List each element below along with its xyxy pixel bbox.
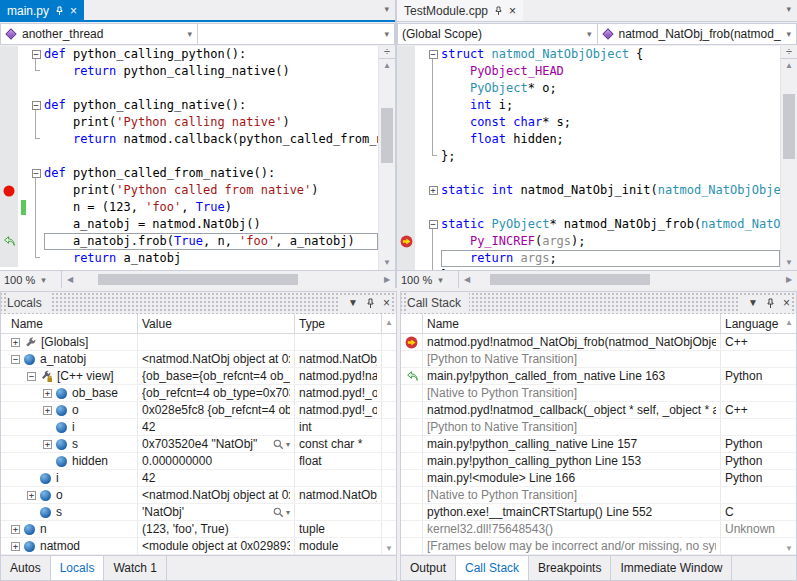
code-line[interactable]: print('Python calling native') [0,114,378,131]
code-line[interactable]: −def python_called_from_native(): [0,165,378,182]
breakpoint-margin[interactable] [397,199,415,216]
breakpoint-margin[interactable] [397,165,415,182]
stack-frame-row[interactable]: [Native to Python Transition] [401,385,796,402]
pin-icon[interactable] [366,298,375,309]
table-row[interactable]: +hidden0.000000000float [1,453,396,470]
expand-icon[interactable]: + [43,406,52,415]
breakpoint-margin[interactable] [397,148,415,165]
scroll-up-icon[interactable]: ▲ [385,318,393,327]
breakpoint-margin[interactable] [0,216,18,233]
fold-margin[interactable]: − [28,46,44,63]
horizontal-scrollbar[interactable]: 100 % ▾ ◀ ▶ [397,270,797,288]
code-line[interactable]: return natmod.callback(python_called_fro… [0,131,378,148]
breakpoint-margin[interactable] [397,233,415,250]
code-line[interactable]: print('Python called from native') [0,182,378,199]
scroll-right-icon[interactable]: ▶ [781,275,797,284]
member-combobox[interactable]: ▾ [198,23,395,45]
code-line[interactable]: −struct natmod_NatObjObject { [397,46,780,63]
table-row[interactable]: +natmod<module object at 0x029893f0modul… [1,538,396,555]
code-line[interactable]: a_natobj.frob(True, n, 'foo', a_natobj) [0,233,378,250]
collapse-icon[interactable]: − [32,50,41,59]
tab-call-stack[interactable]: Call Stack [456,556,529,580]
code-line[interactable]: return python_calling_native() [0,63,378,80]
breakpoint-margin[interactable] [397,250,415,267]
stack-frame-row[interactable]: main.py!python_called_from_native Line 1… [401,368,796,385]
locals-title-bar[interactable]: Locals ▼ × [1,292,396,314]
scrollbar-track[interactable] [78,271,379,288]
editor-zoom-select[interactable]: 100 % ▾ [0,271,62,288]
fold-margin[interactable]: + [425,182,441,199]
stack-frame-row[interactable]: natmod.pyd!natmod_NatObj_frob(natmod_Nat… [401,334,796,351]
vertical-scrollbar[interactable]: ÷ ▲ ▼ [378,46,395,270]
document-list-dropdown-icon[interactable]: ▾ [384,4,389,14]
collapse-icon[interactable]: − [11,355,20,364]
scroll-down-icon[interactable]: ▼ [781,256,797,270]
document-list-dropdown-icon[interactable]: ▾ [786,4,791,14]
fold-margin[interactable]: − [28,165,44,182]
breakpoint-margin[interactable] [397,131,415,148]
breakpoint-margin[interactable] [0,165,18,182]
horizontal-scrollbar[interactable]: 100 % ▾ ◀ ▶ [0,270,395,288]
breakpoint-margin[interactable] [397,114,415,131]
breakpoint-margin[interactable] [397,182,415,199]
code-line[interactable]: }; [397,148,780,165]
expand-icon[interactable]: + [11,525,20,534]
tab-watch-1[interactable]: Watch 1 [104,556,167,580]
code-line[interactable]: Py_INCREF(args); [397,233,780,250]
scroll-left-icon[interactable]: ◀ [459,275,475,284]
collapse-icon[interactable]: − [429,50,438,59]
vertical-scrollbar[interactable]: ÷ ▲ ▼ [780,46,797,270]
stack-frame-row[interactable]: kernel32.dll!75648543()Unknown [401,521,796,538]
tab-output[interactable]: Output [401,556,456,580]
table-row[interactable]: +i42int [1,419,396,436]
chevron-down-icon[interactable]: ▾ [286,440,290,449]
fold-margin[interactable]: − [28,97,44,114]
fold-margin[interactable]: − [425,46,441,63]
scrollbar-track[interactable] [475,271,781,288]
table-row[interactable]: −[C++ view]{ob_base={ob_refcnt=4 ob_typn… [1,368,396,385]
code-line[interactable]: return a_natobj [0,250,378,267]
stack-frame-row[interactable]: main.py!python_calling_python Line 153Py… [401,453,796,470]
stack-frame-row[interactable]: main.py!python_calling_native Line 157Py… [401,436,796,453]
table-row[interactable]: +ob_base{ob_refcnt=4 ob_type=0x7035natmo… [1,385,396,402]
collapse-icon[interactable]: − [32,169,41,178]
scrollbar-splitter-handle[interactable]: ÷ [379,46,395,59]
breakpoint-margin[interactable] [0,114,18,131]
table-row[interactable]: +s0x703520e4 "NatObj"▾const char * [1,436,396,453]
close-icon[interactable]: × [783,298,790,308]
code-line[interactable]: −def python_calling_native(): [0,97,378,114]
close-icon[interactable]: × [509,5,516,17]
collapse-icon[interactable]: − [32,101,41,110]
code-line[interactable]: int i; [397,97,780,114]
table-row[interactable]: +o0x028e5fc8 {ob_refcnt=4 ob_tnatmod.pyd… [1,402,396,419]
scroll-up-icon[interactable]: ▲ [781,59,797,73]
scroll-down-icon[interactable]: ▼ [385,544,393,553]
scrollbar-splitter-handle[interactable]: ÷ [781,46,797,59]
window-position-icon[interactable]: ▼ [748,298,758,308]
code-line[interactable] [0,80,378,97]
code-line[interactable]: a_natobj = natmod.NatObj() [0,216,378,233]
collapse-icon[interactable]: − [429,220,438,229]
tab-breakpoints[interactable]: Breakpoints [529,556,611,580]
breakpoint-margin[interactable] [0,63,18,80]
code-line[interactable]: n = (123, 'foo', True) [0,199,378,216]
scroll-up-icon[interactable]: ▲ [379,59,395,73]
stack-frame-row[interactable]: [Frames below may be incorrect and/or mi… [401,538,796,555]
scope-combobox[interactable]: (Global Scope) ▾ [397,23,598,45]
collapse-icon[interactable]: − [27,372,36,381]
scroll-right-icon[interactable]: ▶ [379,275,395,284]
breakpoint-margin[interactable] [397,63,415,80]
thread-combobox[interactable]: another_thread ▾ [0,23,198,45]
breakpoint-margin[interactable] [0,148,18,165]
expand-icon[interactable]: + [11,542,20,551]
breakpoint-margin[interactable] [397,216,415,233]
magnifier-icon[interactable] [273,507,284,518]
expand-icon[interactable]: + [429,186,438,195]
table-row[interactable]: −a_natobj<natmod.NatObj object at 0x02na… [1,351,396,368]
scroll-left-icon[interactable]: ◀ [62,275,78,284]
code-line[interactable]: PyObject* o; [397,80,780,97]
breakpoint-margin[interactable] [0,97,18,114]
stack-frame-row[interactable]: [Python to Native Transition] [401,419,796,436]
code-line[interactable]: const char* s; [397,114,780,131]
close-icon[interactable]: × [70,5,77,17]
